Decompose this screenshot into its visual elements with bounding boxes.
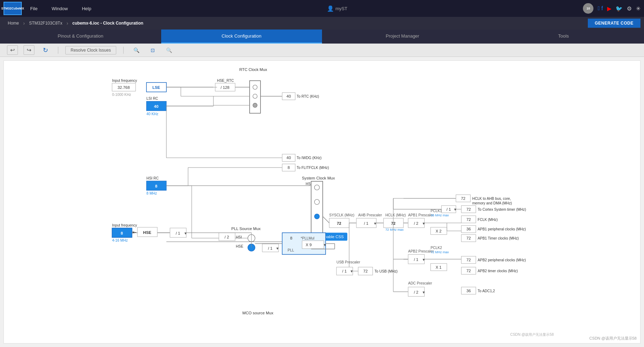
- svg-text:8: 8: [288, 165, 290, 170]
- myst-account[interactable]: 👤 myST: [327, 5, 347, 12]
- svg-text:72: 72: [461, 196, 466, 201]
- svg-text:8: 8: [155, 184, 157, 188]
- menu-help[interactable]: Help: [82, 6, 91, 11]
- svg-text:Input frequency: Input frequency: [112, 79, 137, 83]
- tab-clock-label: Clock Configuration: [222, 33, 261, 39]
- svg-text:▼: ▼: [373, 222, 377, 225]
- svg-text:PLL: PLL: [288, 248, 294, 252]
- svg-text:To FLITFCLK (MHz): To FLITFCLK (MHz): [297, 166, 329, 170]
- svg-text:36: 36: [466, 227, 471, 231]
- svg-text:/ 2: / 2: [225, 235, 229, 239]
- tab-tools[interactable]: Tools: [483, 30, 644, 44]
- svg-text:▼: ▼: [276, 247, 279, 250]
- zoom-in-button[interactable]: 🔍: [131, 46, 142, 54]
- svg-text:X 9: X 9: [306, 243, 312, 247]
- svg-point-58: [314, 214, 319, 219]
- svg-text:To IWDG (KHz): To IWDG (KHz): [297, 156, 322, 160]
- twitter-icon[interactable]: 🐦: [616, 5, 623, 12]
- svg-text:⇤: ⇤: [132, 229, 137, 235]
- svg-text:▼: ▼: [422, 290, 425, 294]
- refresh-button[interactable]: ↻: [40, 45, 51, 55]
- svg-text:To ADC1,2: To ADC1,2: [478, 289, 495, 293]
- svg-text:memory and DMA (MHz): memory and DMA (MHz): [472, 201, 512, 205]
- svg-text:/ 128: / 128: [221, 85, 229, 90]
- svg-text:72: 72: [466, 269, 471, 273]
- svg-text:APB2 timer clocks (MHz): APB2 timer clocks (MHz): [478, 269, 518, 273]
- svg-text:PCLK1: PCLK1: [431, 209, 442, 213]
- tab-pinout[interactable]: Pinout & Configuration: [0, 30, 161, 44]
- svg-text:▼: ▼: [350, 269, 353, 273]
- redo-button[interactable]: ↪: [24, 45, 34, 55]
- svg-text:*PLLMul: *PLLMul: [301, 236, 314, 240]
- breadcrumb-home[interactable]: Home: [4, 21, 23, 26]
- svg-text:/ 1: / 1: [446, 207, 451, 211]
- svg-rect-153: [302, 241, 324, 249]
- svg-text:/ 2: / 2: [414, 221, 419, 225]
- svg-text:HSE_RTC: HSE_RTC: [217, 79, 234, 83]
- svg-text:36 MHz max: 36 MHz max: [431, 214, 449, 217]
- breadcrumb-file[interactable]: cubemx-6.ioc - Clock Configuration: [68, 21, 147, 26]
- svg-text:APB1 Timer clocks (MHz): APB1 Timer clocks (MHz): [478, 236, 519, 240]
- svg-text:LSI RC: LSI RC: [146, 97, 158, 100]
- svg-text:APB1 Prescaler: APB1 Prescaler: [408, 213, 434, 217]
- svg-text:36: 36: [466, 289, 471, 293]
- svg-text:72 MHz max: 72 MHz max: [431, 250, 449, 254]
- badge-10-icon: 10: [583, 3, 593, 14]
- svg-text:APB1 peripheral clocks (MHz): APB1 peripheral clocks (MHz): [478, 227, 526, 231]
- svg-text:0-1000 KHz: 0-1000 KHz: [112, 93, 131, 97]
- svg-text:/ 1: / 1: [414, 257, 419, 262]
- menu-file[interactable]: File: [30, 6, 38, 11]
- svg-text:8 MHz: 8 MHz: [146, 191, 157, 195]
- tab-project[interactable]: Project Manager: [322, 30, 483, 44]
- facebook-icon[interactable]:  f: [598, 5, 603, 12]
- svg-text:FCLK (MHz): FCLK (MHz): [478, 218, 498, 222]
- main-area: Input frequency 32.768 0-1000 KHz LSE LS…: [0, 57, 644, 347]
- svg-text:Input frequency: Input frequency: [112, 223, 137, 227]
- svg-text:To USB (MHz): To USB (MHz): [374, 269, 397, 273]
- svg-text:72: 72: [466, 207, 471, 211]
- app-logo: STM32 CubeMX: [4, 1, 23, 15]
- myst-label: myST: [335, 6, 347, 11]
- generate-code-button[interactable]: GENERATE CODE: [588, 19, 640, 28]
- svg-text:72: 72: [466, 258, 471, 262]
- svg-text:SYSCLK (MHz): SYSCLK (MHz): [329, 213, 355, 217]
- svg-text:HSI RC: HSI RC: [146, 176, 159, 180]
- svg-text:HSE: HSE: [236, 244, 243, 248]
- toolbar: ↩ ↪ ↻ Resolve Clock Issues 🔍 ⊡ 🔍: [0, 44, 644, 57]
- youtube-icon[interactable]: ▶: [607, 5, 611, 12]
- tab-project-label: Project Manager: [386, 33, 419, 39]
- svg-text:4-16 MHz: 4-16 MHz: [112, 238, 128, 242]
- svg-text:ADC Prescaler: ADC Prescaler: [408, 281, 432, 285]
- breadcrumb-file-label: cubemx-6.ioc - Clock Configuration: [72, 21, 143, 26]
- tab-pinout-label: Pinout & Configuration: [58, 33, 103, 39]
- github-icon[interactable]: ⚙: [627, 5, 632, 12]
- breadcrumb-home-label: Home: [8, 21, 19, 26]
- tab-bar: Pinout & Configuration Clock Configurati…: [0, 30, 644, 44]
- network-icon[interactable]: ✳: [636, 5, 640, 12]
- svg-text:To RTC (KHz): To RTC (KHz): [297, 94, 319, 98]
- svg-text:8: 8: [290, 236, 292, 240]
- svg-point-20: [253, 94, 257, 98]
- tab-tools-label: Tools: [558, 33, 569, 39]
- svg-text:▼: ▼: [422, 222, 425, 225]
- menu-window[interactable]: Window: [52, 6, 68, 11]
- svg-text:MCO source Mux: MCO source Mux: [242, 311, 273, 315]
- svg-point-56: [314, 185, 319, 190]
- logo-text-1: STM32: [1, 7, 12, 11]
- svg-text:X 1: X 1: [435, 265, 441, 269]
- diagram-container[interactable]: Input frequency 32.768 0-1000 KHz LSE LS…: [4, 60, 640, 343]
- svg-text:72: 72: [337, 221, 341, 225]
- undo-button[interactable]: ↩: [7, 45, 18, 55]
- zoom-out-button[interactable]: 🔍: [163, 46, 175, 54]
- svg-text:/ 1: / 1: [364, 221, 368, 225]
- logo-text-2: CubeMX: [12, 7, 24, 11]
- tab-clock[interactable]: Clock Configuration: [161, 30, 322, 44]
- breadcrumb-device[interactable]: STM32F103C8Tx: [25, 21, 67, 26]
- svg-text:HSI: HSI: [306, 182, 312, 186]
- svg-text:To Cortex System timer (MHz): To Cortex System timer (MHz): [478, 208, 526, 211]
- main-menu: File Window Help: [30, 6, 91, 11]
- fit-button[interactable]: ⊡: [148, 46, 158, 54]
- svg-text:▼: ▼: [422, 258, 425, 262]
- resolve-clock-issues-button[interactable]: Resolve Clock Issues: [65, 46, 116, 54]
- svg-text:72: 72: [466, 217, 471, 222]
